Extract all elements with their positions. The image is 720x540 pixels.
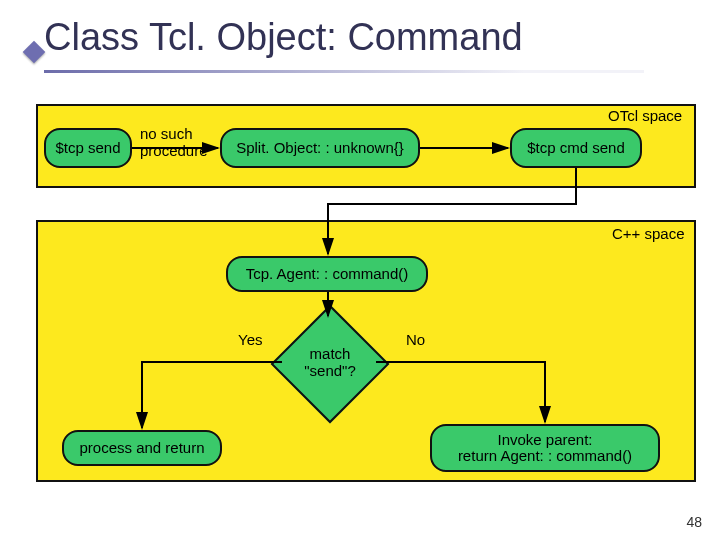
invoke-line2: return Agent: : command() (458, 447, 632, 464)
invoke-line1: Invoke parent: (497, 431, 592, 448)
slide-title: Class Tcl. Object: Command (44, 16, 523, 59)
edge-no-such-procedure: no such procedure (140, 126, 208, 159)
edge-no-label: No (406, 332, 425, 349)
edge-no-such-line2: procedure (140, 142, 208, 159)
node-split-unknown: Split. Object: : unknown{} (220, 128, 420, 168)
edge-yes-label: Yes (238, 332, 262, 349)
title-underline (44, 70, 644, 73)
cpp-space-label: C++ space (612, 226, 685, 243)
node-tcpagent-command: Tcp. Agent: : command() (226, 256, 428, 292)
node-tcp-cmd-send: $tcp cmd send (510, 128, 642, 168)
otcl-space-label: OTcl space (608, 108, 682, 125)
node-tcp-send: $tcp send (44, 128, 132, 168)
node-process-return: process and return (62, 430, 222, 466)
node-invoke-parent: Invoke parent: return Agent: : command() (430, 424, 660, 472)
slide-number: 48 (686, 514, 702, 530)
edge-no-such-line1: no such (140, 125, 193, 142)
accent-square-icon (23, 41, 46, 64)
